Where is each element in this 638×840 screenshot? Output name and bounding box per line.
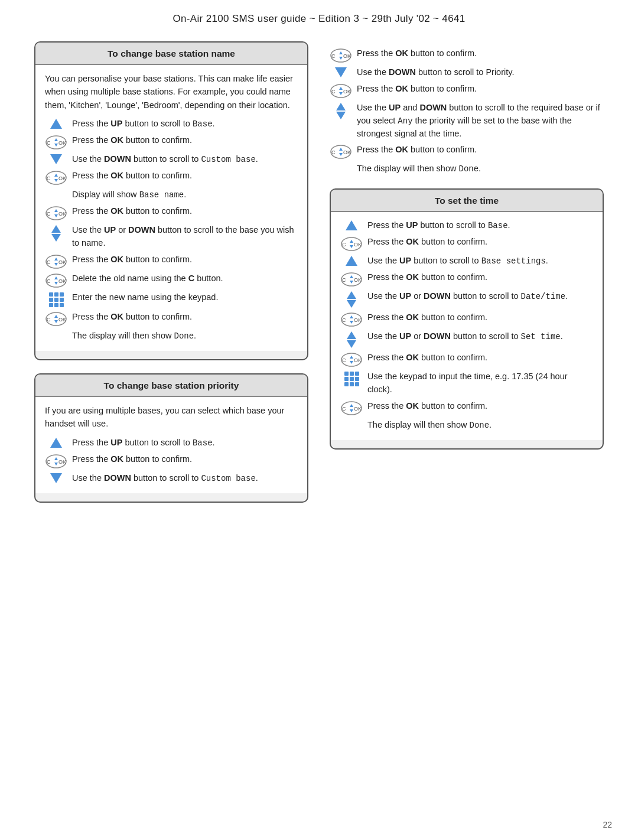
section-change-priority-title: To change base station priority [35,375,307,397]
svg-text:OK: OK [58,259,66,265]
step-text: The display will then show Done. [367,419,593,432]
svg-text:C: C [331,149,336,155]
svg-text:OK: OK [354,357,362,363]
ok-button-icon: C OK [340,272,363,286]
priority-continued: C OK Press the OK button to confirm. Use… [330,41,604,188]
step-text: Press the OK button to confirm. [367,400,593,413]
step-row: C OK Press the OK button to confirm. [45,134,298,149]
step-row: C OK Press the OK button to confirm. [330,144,604,159]
svg-marker-48 [339,153,343,156]
up-arrow-icon [45,119,67,129]
ok-button-icon: C OK [330,48,352,63]
step-text: Use the DOWN button to scroll to Priorit… [357,66,604,79]
step-row: C OK Press the OK button to confirm. [340,400,593,415]
ok-button-icon: C OK [330,145,352,159]
section-change-name-content: You can personalise your base stations. … [35,65,307,351]
step-text: Use the UP or DOWN button to scroll to D… [367,290,593,303]
step-text: Press the OK button to confirm. [72,253,298,266]
svg-text:OK: OK [58,175,66,181]
step-row: C OK Press the OK button to confirm. [340,311,593,327]
down-arrow-icon [45,154,67,164]
section-set-time-content: Press the UP button to scroll to Base. C… [331,212,603,440]
svg-text:C: C [47,278,51,284]
header-title: On-Air 2100 SMS user guide ~ Edition 3 ~… [172,13,465,24]
updown-arrow-icon [340,291,363,308]
step-text: Use the DOWN button to scroll to Custom … [72,153,298,166]
step-text: Press the OK button to confirm. [367,236,593,249]
svg-text:OK: OK [343,53,351,59]
step-text: Delete the old name using the C button. [72,272,298,285]
step-row: The display will then show Done. [330,162,604,175]
step-row: C OK Press the OK button to confirm. [45,253,298,269]
step-text: Press the OK button to confirm. [72,170,298,183]
step-text: Press the OK button to confirm. [72,453,298,466]
svg-marker-37 [339,51,343,54]
svg-text:OK: OK [58,317,66,323]
page-number: 22 [603,820,612,829]
step-row: Display will show Base name. [45,188,298,201]
section-change-priority-intro: If you are using multiple bases, you can… [45,404,298,431]
svg-text:OK: OK [354,406,362,412]
up-arrow-icon [340,220,363,230]
step-text: Use the keypad to input the time, e.g. 1… [367,370,593,396]
svg-text:C: C [47,140,51,146]
svg-marker-68 [350,361,353,364]
step-text: Press the OK button to confirm. [72,205,298,218]
svg-text:OK: OK [354,317,362,323]
ok-button-icon: C OK [340,401,363,415]
svg-text:C: C [47,317,51,323]
down-arrow-icon [330,67,352,77]
svg-text:C: C [342,242,346,248]
svg-marker-62 [350,315,353,318]
step-text: Press the OK button to confirm. [72,311,298,324]
step-text: Press the UP button to scroll to Base. [367,219,593,232]
step-text: Press the OK button to confirm. [357,47,604,60]
section-change-priority-content: If you are using multiple bases, you can… [35,397,307,493]
step-row: Use the DOWN button to scroll to Custom … [45,472,298,485]
svg-text:C: C [47,259,51,265]
step-row: Use the UP or DOWN button to scroll to S… [340,330,593,348]
svg-marker-8 [54,179,58,182]
step-text: Press the UP button to scroll to Base. [72,437,298,450]
step-text: Use the UP or DOWN button to scroll to S… [367,330,593,343]
step-text: Press the UP button to scroll to Base. [72,118,298,131]
svg-marker-3 [54,144,58,146]
svg-text:OK: OK [343,149,351,155]
svg-marker-2 [54,138,58,141]
step-row: Press the UP button to scroll to Base. [45,118,298,131]
section-change-name: To change base station name You can pers… [34,41,308,360]
ok-button-icon: C OK [45,171,67,185]
svg-text:OK: OK [58,278,66,284]
svg-marker-18 [54,263,58,266]
svg-marker-28 [54,320,58,323]
svg-text:C: C [47,211,51,217]
step-text: Press the OK button to confirm. [367,311,593,324]
step-row: C OK Delete the old name using the C but… [45,272,298,288]
svg-marker-73 [350,409,353,412]
svg-marker-38 [339,57,343,60]
section-change-priority: To change base station priority If you a… [34,373,308,503]
svg-marker-72 [350,404,353,407]
step-text: Enter the new name using the keypad. [72,291,298,304]
step-row: Press the UP button to scroll to Base. [340,219,593,232]
svg-marker-12 [54,209,58,212]
svg-marker-63 [350,321,353,324]
ok-button-icon: C OK [340,237,363,251]
step-row: C OK Press the OK button to confirm. [45,170,298,185]
svg-marker-53 [350,245,353,248]
section-change-name-title: To change base station name [35,43,307,65]
up-arrow-icon [340,256,363,266]
step-row: C OK Press the OK button to confirm. [45,453,298,468]
step-row: The display will then show Done. [340,419,593,432]
svg-text:OK: OK [58,211,66,217]
step-row: C OK Press the OK button to confirm. [45,205,298,220]
step-text: Display will show Base name. [72,188,298,201]
svg-text:C: C [342,277,346,283]
step-row: Use the DOWN button to scroll to Priorit… [330,66,604,79]
left-column: To change base station name You can pers… [24,41,319,516]
ok-button-icon: C OK [45,135,67,149]
svg-text:C: C [342,317,346,323]
step-row: C OK Press the OK button to confirm. [340,236,593,251]
ok-button-icon: C OK [45,274,67,288]
svg-marker-43 [339,92,343,95]
